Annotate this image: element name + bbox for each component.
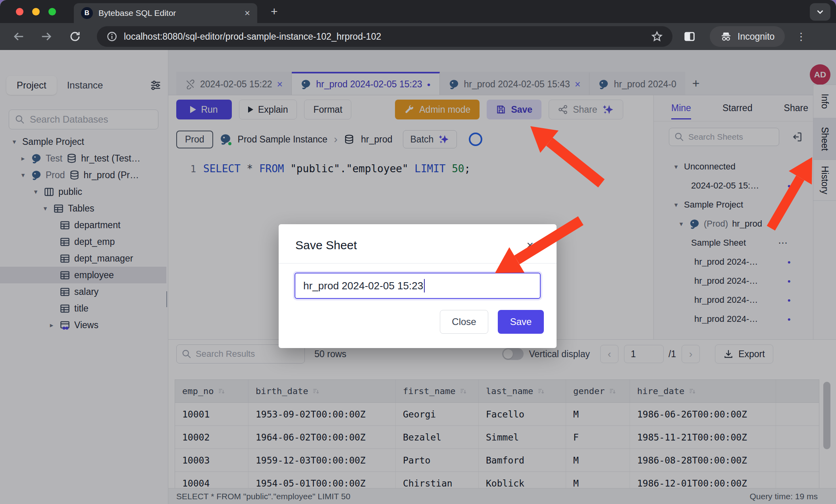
dialog-divider [279,263,557,264]
browser-menu-icon[interactable]: ⋮ [796,31,806,43]
dialog-close-button[interactable]: Close [440,310,488,334]
save-sheet-dialog: Save Sheet × hr_prod 2024-02-05 15:23 Cl… [279,224,557,348]
dialog-save-button[interactable]: Save [498,310,544,334]
url-text: localhost:8080/sql-editor/prod-sample-in… [124,31,645,42]
browser-toolbar: localhost:8080/sql-editor/prod-sample-in… [0,23,836,50]
browser-tab[interactable]: B Bytebase SQL Editor × [74,3,257,23]
back-icon[interactable] [13,31,25,42]
forward-icon[interactable] [40,31,52,42]
dialog-close-icon[interactable]: × [526,239,534,252]
bookmark-star-icon[interactable] [651,31,663,42]
tab-search-chevron-button[interactable] [810,3,830,21]
minimize-window-button[interactable] [32,8,40,15]
new-tab-button[interactable]: + [271,6,278,17]
side-panel-icon[interactable] [683,30,696,43]
reload-icon[interactable] [69,31,81,42]
address-bar[interactable]: localhost:8080/sql-editor/prod-sample-in… [97,26,672,47]
maximize-window-button[interactable] [48,8,56,15]
browser-tab-title: Bytebase SQL Editor [98,8,239,18]
incognito-label: Incognito [738,31,774,42]
tab-close-icon[interactable]: × [245,8,250,19]
bytebase-favicon-icon: B [81,7,93,19]
sheet-name-value: hr_prod 2024-02-05 15:23 [303,280,423,292]
incognito-icon [720,31,732,42]
browser-chrome: B Bytebase SQL Editor × + localhost:8080… [0,0,836,50]
sheet-name-input[interactable]: hr_prod 2024-02-05 15:23 [295,273,541,299]
close-window-button[interactable] [16,8,23,15]
browser-window: B Bytebase SQL Editor × + localhost:8080… [0,0,836,504]
incognito-badge: Incognito [710,26,785,47]
bytebase-sql-editor: Project Instance ▾Sample Project ▸Testhr… [0,50,836,504]
macos-traffic-lights[interactable] [16,8,56,15]
text-cursor [424,279,425,292]
browser-tabstrip: B Bytebase SQL Editor × + [0,0,836,23]
dialog-title: Save Sheet [295,239,357,252]
site-info-icon[interactable] [106,31,118,42]
